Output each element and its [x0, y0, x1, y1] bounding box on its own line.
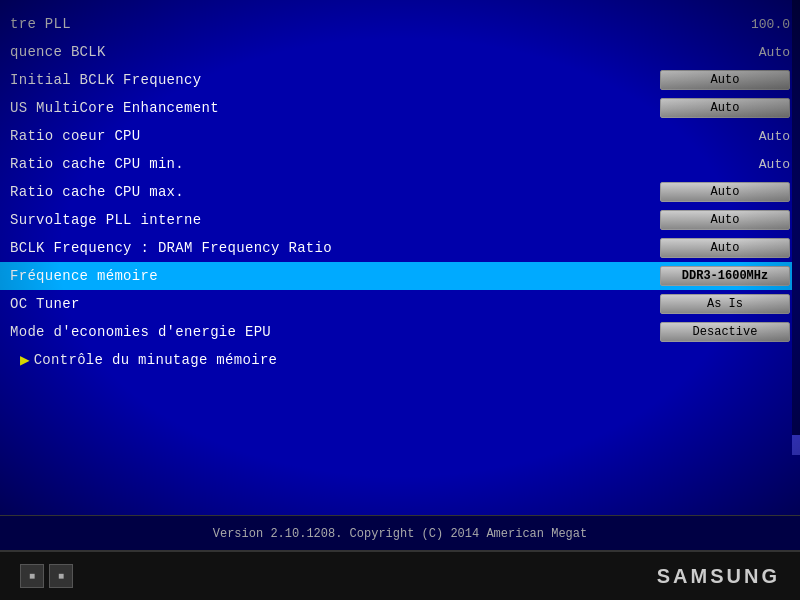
row-initial-bclk[interactable]: Initial BCLK Frequency Auto	[0, 66, 800, 94]
label-quence-bclk: quence BCLK	[10, 44, 630, 60]
bios-footer: Version 2.10.1208. Copyright (C) 2014 Am…	[0, 515, 800, 550]
row-survoltage-pll[interactable]: Survoltage PLL interne Auto	[0, 206, 800, 234]
taskbar-icon-1[interactable]: ■	[20, 564, 44, 588]
row-oc-tuner[interactable]: OC Tuner As Is	[0, 290, 800, 318]
btn-initial-bclk[interactable]: Auto	[660, 70, 790, 90]
btn-mode-epu[interactable]: Desactive	[660, 322, 790, 342]
row-tre-pll[interactable]: tre PLL 100.0	[0, 10, 800, 38]
bottom-bar: ■ ■ SAMSUNG	[0, 550, 800, 600]
label-multicore: US MultiCore Enhancement	[10, 100, 660, 116]
btn-bclk-dram[interactable]: Auto	[660, 238, 790, 258]
label-bclk-dram: BCLK Frequency : DRAM Frequency Ratio	[10, 240, 660, 256]
row-ratio-coeur[interactable]: Ratio coeur CPU Auto	[0, 122, 800, 150]
scrollbar-thumb[interactable]	[792, 435, 800, 455]
row-bclk-dram[interactable]: BCLK Frequency : DRAM Frequency Ratio Au…	[0, 234, 800, 262]
scrollbar[interactable]	[792, 0, 800, 455]
value-quence-bclk: Auto	[630, 45, 790, 60]
taskbar-icons: ■ ■	[20, 564, 73, 588]
label-initial-bclk: Initial BCLK Frequency	[10, 72, 660, 88]
label-controle-minutage: Contrôle du minutage mémoire	[34, 352, 790, 368]
row-controle-minutage[interactable]: ▶ Contrôle du minutage mémoire	[0, 346, 800, 374]
bios-content: tre PLL 100.0 quence BCLK Auto Initial B…	[0, 0, 800, 515]
row-mode-epu[interactable]: Mode d'economies d'energie EPU Desactive	[0, 318, 800, 346]
label-oc-tuner: OC Tuner	[10, 296, 660, 312]
row-ratio-cache-min[interactable]: Ratio cache CPU min. Auto	[0, 150, 800, 178]
value-tre-pll: 100.0	[630, 17, 790, 32]
label-ratio-cache-min: Ratio cache CPU min.	[10, 156, 630, 172]
submenu-icon: ▶	[20, 350, 30, 370]
value-ratio-cache-min: Auto	[630, 157, 790, 172]
label-frequence-memoire: Fréquence mémoire	[10, 268, 660, 284]
label-tre-pll: tre PLL	[10, 16, 630, 32]
label-ratio-coeur: Ratio coeur CPU	[10, 128, 630, 144]
btn-ratio-cache-max[interactable]: Auto	[660, 182, 790, 202]
btn-oc-tuner[interactable]: As Is	[660, 294, 790, 314]
row-multicore[interactable]: US MultiCore Enhancement Auto	[0, 94, 800, 122]
btn-survoltage-pll[interactable]: Auto	[660, 210, 790, 230]
taskbar-icon-2[interactable]: ■	[49, 564, 73, 588]
row-ratio-cache-max[interactable]: Ratio cache CPU max. Auto	[0, 178, 800, 206]
label-ratio-cache-max: Ratio cache CPU max.	[10, 184, 660, 200]
row-frequence-memoire[interactable]: Fréquence mémoire DDR3-1600MHz	[0, 262, 800, 290]
label-survoltage-pll: Survoltage PLL interne	[10, 212, 660, 228]
value-ratio-coeur: Auto	[630, 129, 790, 144]
samsung-logo: SAMSUNG	[657, 565, 780, 588]
btn-frequence-memoire[interactable]: DDR3-1600MHz	[660, 266, 790, 286]
row-quence-bclk[interactable]: quence BCLK Auto	[0, 38, 800, 66]
footer-text: Version 2.10.1208. Copyright (C) 2014 Am…	[213, 527, 587, 541]
label-mode-epu: Mode d'economies d'energie EPU	[10, 324, 660, 340]
btn-multicore[interactable]: Auto	[660, 98, 790, 118]
